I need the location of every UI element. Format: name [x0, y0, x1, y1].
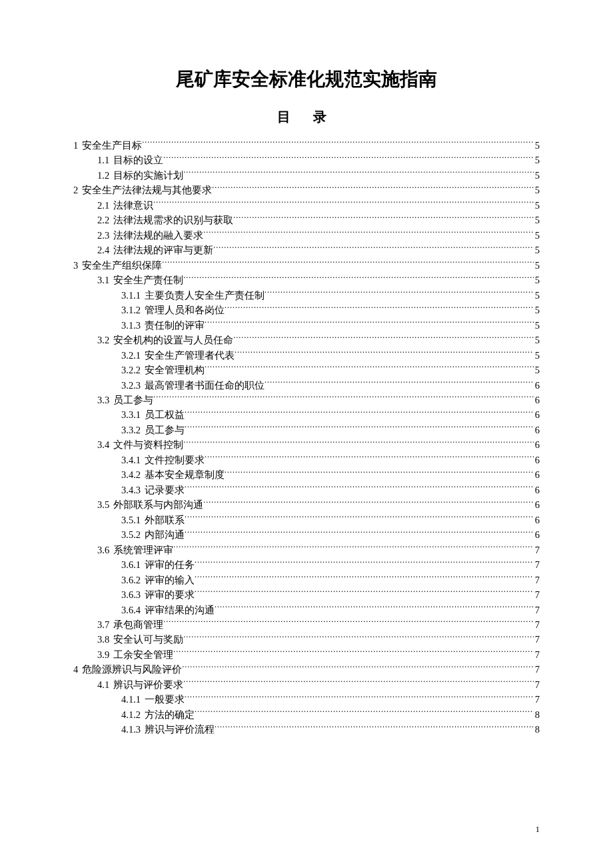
- toc-entry-page: 5: [534, 273, 540, 287]
- toc-entry-number: 2.1: [97, 198, 109, 213]
- toc-entry-label: 安全生产法律法规与其他要求: [78, 183, 212, 197]
- toc-entry-label: 目标的设立: [109, 153, 163, 167]
- toc-entry: 3.6.2评审的输入7: [73, 573, 540, 587]
- toc-entry: 3.3.1员工权益6: [73, 407, 540, 422]
- toc-entry-number: 3.2.3: [121, 378, 141, 393]
- toc-entry-number: 3.6.4: [121, 603, 141, 617]
- toc-leader-dots: [162, 259, 534, 269]
- toc-entry-label: 员工参与: [141, 423, 185, 437]
- toc-entry: 3.4.1文件控制要求6: [73, 453, 540, 467]
- toc-entry-page: 6: [534, 513, 540, 527]
- toc-leader-dots: [185, 513, 534, 523]
- toc-entry-number: 3: [73, 258, 78, 273]
- toc-entry: 3.3.2员工参与6: [73, 423, 540, 437]
- toc-leader-dots: [185, 693, 534, 703]
- toc-entry: 3.2.2安全管理机构5: [73, 363, 540, 377]
- toc-entry-page: 5: [534, 168, 540, 183]
- toc-entry-page: 6: [534, 378, 540, 393]
- toc-entry-page: 5: [534, 213, 540, 227]
- toc-entry-number: 4.1.1: [121, 692, 141, 707]
- toc-entry-number: 3.1.2: [121, 303, 141, 317]
- toc-entry-page: 6: [534, 437, 540, 452]
- toc-entry-page: 5: [534, 183, 540, 197]
- toc-entry-label: 员工参与: [109, 393, 153, 407]
- toc-leader-dots: [173, 648, 534, 658]
- toc-entry-page: 5: [534, 138, 540, 153]
- toc-entry-page: 6: [534, 393, 540, 407]
- toc-entry: 4.1.2方法的确定8: [73, 707, 540, 722]
- toc-entry-label: 方法的确定: [141, 707, 195, 722]
- toc-leader-dots: [195, 708, 534, 718]
- toc-entry-number: 4.1.3: [121, 722, 141, 737]
- toc-entry-label: 主要负责人安全生产责任制: [141, 288, 265, 303]
- toc-entry-number: 3.8: [97, 632, 109, 647]
- toc-leader-dots: [163, 619, 534, 629]
- toc-entry: 3.6.3评审的要求7: [73, 587, 540, 602]
- toc-entry-label: 文件与资料控制: [109, 437, 183, 452]
- toc-entry-label: 评审的要求: [141, 587, 195, 602]
- toc-leader-dots: [212, 184, 534, 194]
- toc-entry-page: 5: [534, 198, 540, 213]
- toc-entry: 4危险源辨识与风险评价7: [73, 662, 540, 677]
- toc-entry-number: 3.3: [97, 393, 109, 407]
- toc-entry-page: 7: [534, 617, 540, 632]
- toc-entry: 3.5外部联系与内部沟通6: [73, 497, 540, 512]
- toc-entry-page: 7: [534, 557, 540, 572]
- toc-entry: 2.1法律意识5: [73, 198, 540, 213]
- toc-entry-number: 2.3: [97, 228, 109, 243]
- toc-entry-number: 1.1: [97, 153, 109, 167]
- toc-entry-page: 7: [534, 692, 540, 707]
- toc-entry: 3.1.1主要负责人安全生产责任制5: [73, 288, 540, 303]
- toc-entry-label: 管理人员和各岗位: [141, 303, 225, 317]
- toc-entry-page: 6: [534, 453, 540, 467]
- toc-leader-dots: [185, 409, 534, 419]
- toc-leader-dots: [163, 154, 534, 164]
- toc-entry-label: 一般要求: [141, 692, 185, 707]
- toc-entry: 2安全生产法律法规与其他要求5: [73, 183, 540, 197]
- toc-entry: 3.1.3责任制的评审5: [73, 318, 540, 333]
- toc-leader-dots: [183, 439, 534, 449]
- toc-entry-page: 7: [534, 647, 540, 662]
- toc-leader-dots: [153, 199, 534, 209]
- toc-entry: 3.1安全生产责任制5: [73, 273, 540, 287]
- toc-entry: 3.2.3最高管理者书面任命的职位6: [73, 378, 540, 393]
- toc-entry: 3.5.2内部沟通6: [73, 527, 540, 542]
- toc-entry-page: 5: [534, 363, 540, 377]
- table-of-contents: 1安全生产目标51.1目标的设立51.2目标的实施计划52安全生产法律法规与其他…: [73, 138, 540, 737]
- toc-entry-label: 法律意识: [109, 198, 153, 213]
- toc-entry-number: 4: [73, 662, 78, 677]
- toc-entry: 3.3员工参与6: [73, 393, 540, 407]
- toc-entry-label: 记录要求: [141, 483, 185, 497]
- toc-entry: 3安全生产组织保障5: [73, 258, 540, 273]
- toc-entry-label: 安全生产组织保障: [78, 258, 162, 273]
- toc-entry-page: 5: [534, 348, 540, 363]
- document-page: 尾矿库安全标准化规范实施指南 目 录 1安全生产目标51.1目标的设立51.2目…: [0, 0, 613, 868]
- toc-heading: 目 录: [73, 108, 540, 126]
- toc-entry-label: 最高管理者书面任命的职位: [141, 378, 265, 393]
- toc-entry-page: 7: [534, 573, 540, 587]
- toc-leader-dots: [203, 499, 534, 509]
- toc-entry-number: 3.6.2: [121, 573, 141, 587]
- toc-entry-number: 3.7: [97, 617, 109, 632]
- toc-entry: 2.2法律法规需求的识别与获取5: [73, 213, 540, 227]
- toc-entry-page: 8: [534, 722, 540, 737]
- toc-entry: 3.2.1安全生产管理者代表5: [73, 348, 540, 363]
- toc-entry: 1.1目标的设立5: [73, 153, 540, 167]
- toc-entry-page: 6: [534, 467, 540, 482]
- toc-leader-dots: [185, 529, 534, 539]
- toc-entry-number: 3.2.2: [121, 363, 141, 377]
- toc-leader-dots: [195, 573, 534, 583]
- toc-entry-page: 7: [534, 662, 540, 677]
- toc-entry-page: 5: [534, 288, 540, 303]
- toc-entry-page: 8: [534, 707, 540, 722]
- toc-entry: 3.6.4评审结果的沟通7: [73, 603, 540, 617]
- toc-entry: 3.8安全认可与奖励7: [73, 632, 540, 647]
- toc-entry: 3.9工余安全管理7: [73, 647, 540, 662]
- toc-entry-page: 5: [534, 318, 540, 333]
- toc-entry-label: 员工权益: [141, 407, 185, 422]
- toc-entry-label: 评审的输入: [141, 573, 195, 587]
- toc-entry-label: 安全生产责任制: [109, 273, 183, 287]
- toc-entry-label: 工余安全管理: [109, 647, 173, 662]
- toc-entry-page: 6: [534, 497, 540, 512]
- toc-entry-number: 4.1: [97, 677, 109, 692]
